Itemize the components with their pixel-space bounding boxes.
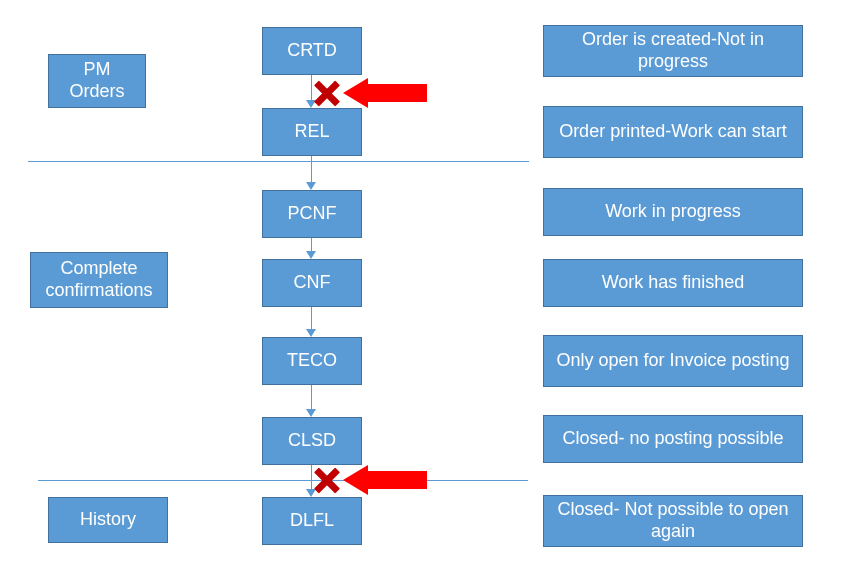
desc-rel: Order printed-Work can start [543, 106, 803, 158]
desc-crtd-label: Order is created-Not in progress [550, 29, 796, 72]
side-history: History [48, 497, 168, 543]
flow-pcnf-label: PCNF [288, 203, 337, 225]
arrow-clsd-dlfl-line [311, 465, 312, 489]
desc-clsd-label: Closed- no posting possible [562, 428, 783, 450]
desc-crtd: Order is created-Not in progress [543, 25, 803, 77]
divider-1 [28, 161, 529, 162]
side-history-label: History [80, 509, 136, 531]
flow-rel: REL [262, 108, 362, 156]
flow-pcnf: PCNF [262, 190, 362, 238]
flow-teco-label: TECO [287, 350, 337, 372]
flow-crtd-label: CRTD [287, 40, 337, 62]
flow-dlfl: DLFL [262, 497, 362, 545]
desc-teco: Only open for Invoice posting [543, 335, 803, 387]
flow-clsd-label: CLSD [288, 430, 336, 452]
flow-cnf: CNF [262, 259, 362, 307]
desc-dlfl-label: Closed- Not possible to open again [550, 499, 796, 542]
desc-teco-label: Only open for Invoice posting [556, 350, 789, 372]
desc-clsd: Closed- no posting possible [543, 415, 803, 463]
side-pm-orders: PM Orders [48, 54, 146, 108]
side-complete-confirmations: Complete confirmations [30, 252, 168, 308]
desc-rel-label: Order printed-Work can start [559, 121, 787, 143]
flow-crtd: CRTD [262, 27, 362, 75]
block-x-icon-top [313, 79, 341, 107]
arrow-cnf-teco-head [306, 329, 316, 337]
block-x-icon-bottom [313, 466, 341, 494]
arrow-rel-pcnf-head [306, 182, 316, 190]
desc-pcnf: Work in progress [543, 188, 803, 236]
flow-rel-label: REL [294, 121, 329, 143]
desc-cnf-label: Work has finished [602, 272, 745, 294]
desc-cnf: Work has finished [543, 259, 803, 307]
flow-cnf-label: CNF [294, 272, 331, 294]
desc-dlfl: Closed- Not possible to open again [543, 495, 803, 547]
side-pm-orders-label: PM Orders [55, 59, 139, 102]
divider-2 [38, 480, 528, 481]
arrow-pcnf-cnf-line [311, 238, 312, 251]
arrow-rel-pcnf-line [311, 156, 312, 182]
arrow-cnf-teco-line [311, 307, 312, 329]
side-complete-confirmations-label: Complete confirmations [37, 258, 161, 301]
arrow-teco-clsd-head [306, 409, 316, 417]
flow-dlfl-label: DLFL [290, 510, 334, 532]
desc-pcnf-label: Work in progress [605, 201, 741, 223]
flow-clsd: CLSD [262, 417, 362, 465]
flow-teco: TECO [262, 337, 362, 385]
arrow-teco-clsd-line [311, 385, 312, 409]
arrow-pcnf-cnf-head [306, 251, 316, 259]
arrow-crtd-rel-line [311, 75, 312, 100]
